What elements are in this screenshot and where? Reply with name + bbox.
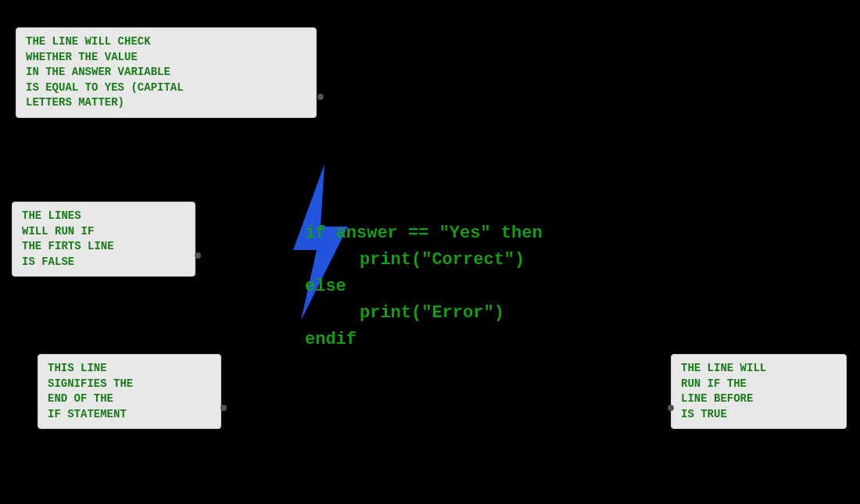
annotation-check-value: THE LINE WILL CHECK WHETHER THE VALUE IN… bbox=[16, 27, 317, 118]
connector-dot-top-left bbox=[317, 94, 324, 100]
connector-dot-middle-left bbox=[195, 252, 201, 259]
annotation-false-lines: THE LINES WILL RUN IF THE FIRTS LINE IS … bbox=[12, 202, 195, 277]
annotation-endif: THIS LINE SIGNIFIES THE END OF THE IF ST… bbox=[38, 354, 221, 429]
code-line-4: print("Error") bbox=[305, 300, 543, 327]
connector-dot-bottom-right bbox=[668, 405, 674, 411]
code-block: if answer == "Yes" then print("Correct")… bbox=[305, 220, 543, 353]
connector-dot-bottom-left bbox=[220, 405, 227, 411]
code-line-3: else bbox=[305, 273, 543, 300]
code-line-5: endif bbox=[305, 327, 543, 353]
code-line-1: if answer == "Yes" then bbox=[305, 220, 543, 247]
annotation-true-line: THE LINE WILL RUN IF THE LINE BEFORE IS … bbox=[671, 354, 847, 429]
code-line-2: print("Correct") bbox=[305, 247, 543, 273]
